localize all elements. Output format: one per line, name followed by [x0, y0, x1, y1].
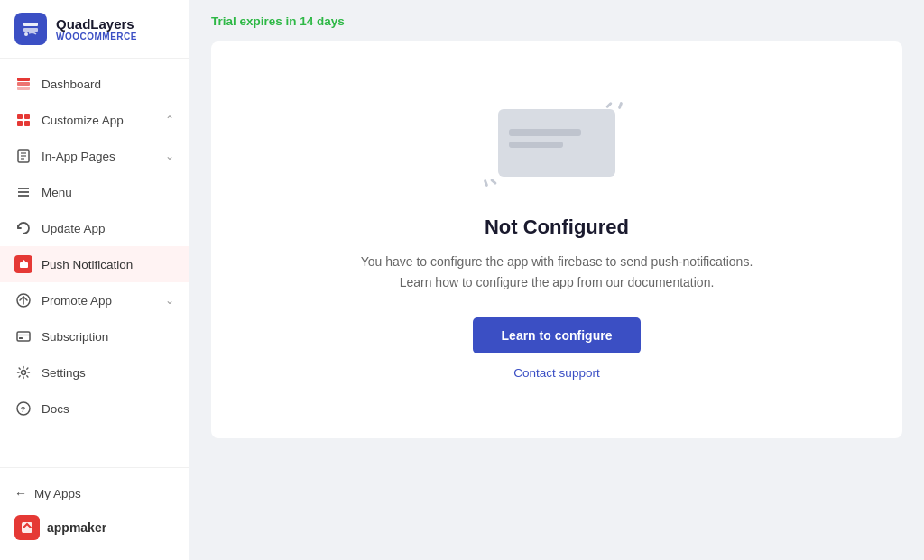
svg-rect-0 [23, 23, 38, 26]
svg-rect-23 [19, 337, 23, 339]
sidebar: QuadLayers WOOCOMMERCE Dashboard [0, 0, 189, 560]
spark-2 [618, 102, 624, 110]
svg-rect-6 [17, 114, 23, 119]
svg-rect-21 [17, 332, 30, 341]
svg-rect-5 [17, 87, 30, 90]
logo-icon [14, 13, 47, 45]
docs-icon: ? [14, 399, 32, 418]
my-apps-label: My Apps [34, 487, 81, 500]
learn-to-configure-button[interactable]: Learn to configure [473, 317, 642, 353]
my-apps-button[interactable]: ← My Apps [0, 477, 189, 510]
spark-4 [484, 179, 489, 188]
svg-rect-1 [23, 28, 38, 32]
sidebar-item-update-label: Update App [42, 222, 106, 235]
sidebar-item-customize-label: Customize App [42, 114, 124, 127]
promote-icon [14, 291, 32, 309]
chevron-down-icon: ⌄ [165, 150, 174, 162]
not-configured-title: Not Configured [485, 216, 629, 239]
svg-text:?: ? [21, 405, 26, 414]
sidebar-item-menu-label: Menu [42, 186, 72, 199]
appmaker-icon [14, 515, 40, 540]
chevron-down-promote-icon: ⌄ [165, 294, 174, 307]
not-configured-illustration [485, 100, 629, 190]
svg-point-2 [24, 32, 28, 36]
settings-icon [14, 363, 32, 381]
appmaker-label: appmaker [47, 520, 106, 535]
svg-rect-8 [17, 121, 23, 126]
top-bar: Trial expires in 14 days [189, 0, 924, 41]
svg-rect-17 [20, 262, 28, 268]
appmaker-brand: appmaker [0, 510, 189, 551]
svg-rect-4 [17, 82, 30, 86]
logo-text-block: QuadLayers WOOCOMMERCE [56, 16, 137, 41]
sidebar-item-docs[interactable]: ? Docs [0, 390, 189, 427]
push-notification-card: Not Configured You have to configure the… [211, 41, 902, 438]
brand-title: QuadLayers [56, 16, 137, 32]
sidebar-item-settings-label: Settings [42, 366, 86, 380]
spark-3 [490, 179, 497, 185]
illustration-card [498, 109, 615, 177]
sidebar-item-settings[interactable]: Settings [0, 354, 189, 390]
chevron-up-icon: ⌃ [165, 114, 174, 126]
sidebar-item-pages-label: In-App Pages [42, 150, 116, 163]
not-configured-description: You have to configure the app with fireb… [361, 252, 753, 292]
trial-notice: Trial expires in 14 days [211, 14, 345, 28]
grid-icon [14, 111, 32, 129]
sidebar-item-customize-app[interactable]: Customize App ⌃ [0, 102, 189, 138]
sidebar-item-promote-app[interactable]: Promote App ⌄ [0, 282, 189, 318]
sidebar-item-promote-label: Promote App [42, 294, 112, 308]
svg-rect-3 [17, 78, 30, 81]
subscription-icon [14, 327, 32, 345]
spark-1 [605, 102, 613, 109]
brand-subtitle: WOOCOMMERCE [56, 32, 137, 41]
sidebar-item-subscription[interactable]: Subscription [0, 318, 189, 354]
sidebar-logo: QuadLayers WOOCOMMERCE [0, 0, 189, 59]
sidebar-bottom: ← My Apps appmaker [0, 467, 189, 560]
menu-icon [14, 183, 32, 201]
svg-marker-18 [22, 260, 26, 262]
update-icon [14, 219, 32, 237]
sidebar-item-push-notification[interactable]: Push Notification ← [0, 246, 189, 282]
svg-point-24 [22, 371, 26, 375]
push-icon [14, 255, 32, 273]
svg-rect-9 [24, 121, 30, 126]
sidebar-item-menu[interactable]: Menu [0, 174, 189, 210]
sidebar-item-update-app[interactable]: Update App [0, 210, 189, 246]
sidebar-nav: Dashboard Customize App ⌃ [0, 59, 189, 467]
contact-support-link[interactable]: Contact support [513, 366, 599, 380]
sidebar-item-docs-label: Docs [42, 402, 69, 416]
pages-icon [14, 147, 32, 165]
sidebar-item-push-label: Push Notification [42, 258, 133, 271]
sidebar-item-dashboard[interactable]: Dashboard [0, 66, 189, 102]
back-arrow-icon: ← [14, 486, 27, 500]
svg-rect-7 [24, 114, 30, 119]
sidebar-item-subscription-label: Subscription [42, 330, 108, 344]
sidebar-item-dashboard-label: Dashboard [42, 78, 101, 91]
layers-icon [14, 75, 32, 93]
main-content: Trial expires in 14 days Not Configured … [189, 0, 924, 560]
sidebar-item-in-app-pages[interactable]: In-App Pages ⌄ [0, 138, 189, 174]
content-area: Not Configured You have to configure the… [189, 41, 924, 560]
